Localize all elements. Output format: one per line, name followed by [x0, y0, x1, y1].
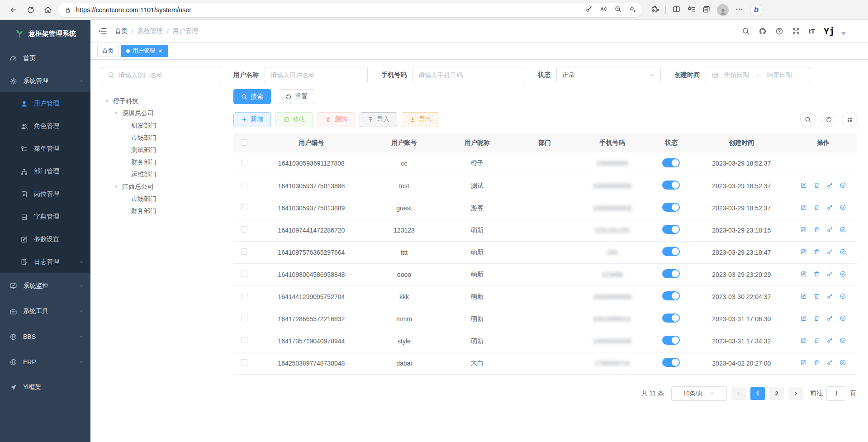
page-size-select[interactable]: 10条/页 — [671, 386, 727, 401]
row-assign-role-button[interactable] — [840, 248, 846, 255]
tree-node-市场部门[interactable]: 市场部门 — [102, 193, 221, 205]
goto-page-input[interactable] — [826, 386, 846, 401]
row-edit-button[interactable] — [800, 248, 807, 255]
fullscreen-icon[interactable] — [792, 27, 800, 35]
sidebar-item-角色管理[interactable]: 角色管理 — [0, 115, 90, 138]
tree-node-深圳总公司[interactable]: ▾深圳总公司 — [102, 107, 221, 119]
row-assign-role-button[interactable] — [840, 182, 846, 189]
row-delete-button[interactable] — [813, 293, 820, 299]
row-checkbox[interactable] — [241, 293, 247, 299]
row-edit-button[interactable] — [800, 226, 807, 233]
row-assign-role-button[interactable] — [840, 204, 846, 211]
row-reset-password-button[interactable] — [826, 226, 833, 233]
copilot-button[interactable]: b — [750, 4, 763, 16]
tree-node-研发部门[interactable]: 研发部门 — [102, 119, 221, 132]
row-checkbox[interactable] — [241, 160, 247, 166]
browser-refresh-button[interactable] — [24, 3, 38, 17]
row-reset-password-button[interactable] — [826, 182, 833, 189]
status-toggle[interactable] — [662, 203, 680, 212]
row-checkbox[interactable] — [241, 337, 247, 343]
search-button[interactable]: 搜索 — [233, 89, 271, 104]
sidebar-item-岗位管理[interactable]: 岗位管理 — [0, 183, 90, 205]
row-checkbox[interactable] — [241, 204, 247, 210]
import-button[interactable]: 导入 — [360, 112, 397, 127]
sidebar-item-部门管理[interactable]: 部门管理 — [0, 160, 90, 183]
status-select[interactable]: 正常 — [556, 67, 661, 83]
row-checkbox[interactable] — [241, 226, 247, 233]
zoom-out-button[interactable] — [614, 5, 621, 14]
status-toggle[interactable] — [662, 269, 680, 278]
row-edit-button[interactable] — [800, 359, 807, 366]
row-assign-role-button[interactable] — [840, 271, 846, 277]
status-toggle[interactable] — [662, 314, 680, 323]
row-edit-button[interactable] — [800, 337, 807, 344]
sidebar-item-Yi框架[interactable]: Yi框架 — [0, 375, 90, 400]
sidebar-toggle-icon[interactable] — [98, 26, 108, 36]
help-icon[interactable] — [775, 27, 783, 35]
status-toggle[interactable] — [662, 225, 680, 234]
row-edit-button[interactable] — [800, 204, 807, 211]
export-button[interactable]: 导出 — [402, 112, 439, 127]
font-size-icon[interactable]: tT — [809, 27, 815, 35]
edit-button[interactable]: 修改 — [275, 112, 313, 127]
tree-node-运维部门[interactable]: 运维部门 — [102, 168, 221, 181]
more-button[interactable] — [735, 5, 744, 15]
sidebar-item-参数设置[interactable]: 参数设置 — [0, 228, 90, 251]
user-avatar[interactable]: Yj — [824, 27, 835, 36]
status-toggle[interactable] — [662, 336, 680, 345]
reset-button[interactable]: 重置 — [278, 89, 315, 104]
tree-node-江西总公司[interactable]: ▾江西总公司 — [102, 181, 221, 193]
sidebar-item-菜单管理[interactable]: 菜单管理 — [0, 138, 90, 160]
row-assign-role-button[interactable] — [840, 315, 846, 322]
breadcrumb-item-首页[interactable]: 首页 — [115, 27, 128, 35]
sidebar-item-系统监控[interactable]: 系统监控 — [0, 273, 90, 299]
phone-field[interactable] — [418, 71, 518, 79]
status-toggle[interactable] — [662, 181, 680, 190]
date-range-picker[interactable]: 开始日期 - 结束日期 — [706, 67, 810, 83]
row-reset-password-button[interactable] — [826, 315, 833, 322]
row-checkbox[interactable] — [241, 182, 247, 188]
prev-page-button[interactable] — [731, 387, 746, 400]
show-search-button[interactable] — [800, 112, 816, 127]
phone-input[interactable] — [413, 67, 524, 83]
key-button[interactable] — [585, 5, 593, 14]
row-assign-role-button[interactable] — [840, 337, 846, 344]
row-reset-password-button[interactable] — [826, 337, 833, 344]
add-button[interactable]: 新增 — [233, 112, 271, 127]
sidebar-item-系统工具[interactable]: 系统工具 — [0, 299, 90, 324]
avatar-caret-icon[interactable] — [840, 29, 848, 38]
sidebar-item-首页[interactable]: 首页 — [0, 47, 90, 70]
sidebar-item-日志管理[interactable]: 日志管理 — [0, 251, 90, 273]
browser-home-button[interactable] — [41, 3, 55, 17]
row-checkbox[interactable] — [241, 315, 247, 321]
row-reset-password-button[interactable] — [826, 248, 833, 255]
sidebar-item-BBS[interactable]: BBS — [0, 324, 90, 349]
sidebar-item-字典管理[interactable]: 字典管理 — [0, 205, 90, 228]
row-edit-button[interactable] — [800, 182, 807, 189]
browser-back-button[interactable] — [6, 3, 21, 17]
row-edit-button[interactable] — [800, 271, 807, 277]
extensions-button[interactable] — [650, 5, 659, 15]
sidebar-item-ERP[interactable]: ERP — [0, 349, 90, 375]
sidebar-item-用户管理[interactable]: 用户管理 — [0, 92, 90, 115]
read-aloud-button[interactable] — [600, 5, 607, 14]
refresh-table-button[interactable] — [821, 112, 836, 127]
row-edit-button[interactable] — [800, 315, 807, 322]
username-field[interactable] — [270, 71, 362, 79]
delete-button[interactable]: 删除 — [318, 112, 355, 127]
dept-search-field[interactable] — [119, 71, 215, 79]
row-delete-button[interactable] — [813, 248, 820, 255]
row-reset-password-button[interactable] — [826, 293, 833, 299]
favorites-bar-button[interactable] — [687, 5, 696, 15]
tree-node-市场部门[interactable]: 市场部门 — [102, 132, 221, 144]
row-delete-button[interactable] — [813, 271, 820, 277]
row-reset-password-button[interactable] — [826, 204, 833, 211]
collections-button[interactable] — [702, 5, 711, 15]
status-toggle[interactable] — [662, 158, 680, 167]
tree-node-橙子科技[interactable]: ▾橙子科技 — [102, 95, 221, 107]
row-edit-button[interactable] — [800, 293, 807, 299]
split-screen-button[interactable] — [672, 5, 681, 15]
header-search-icon[interactable] — [742, 27, 750, 35]
row-assign-role-button[interactable] — [840, 359, 846, 366]
row-checkbox[interactable] — [241, 271, 247, 277]
